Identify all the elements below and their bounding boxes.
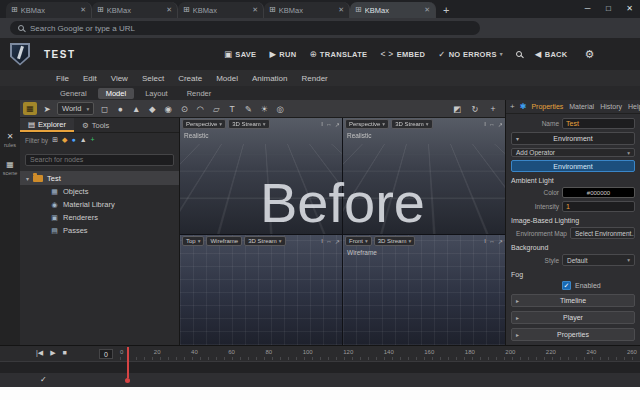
menu-item[interactable]: Create xyxy=(178,74,202,83)
tab-close-icon[interactable]: ✕ xyxy=(80,6,86,14)
menu-item[interactable]: View xyxy=(111,74,128,83)
stream-dropdown[interactable]: 3D Stream ▾ xyxy=(391,119,432,129)
header-search-button[interactable] xyxy=(516,51,522,57)
tree-item[interactable]: ◉ Material Library xyxy=(20,198,179,211)
view-type-dropdown[interactable]: Perspective ▾ xyxy=(345,119,389,129)
primitive-tool-icon[interactable]: ◆ xyxy=(146,104,158,114)
tab-close-icon[interactable]: ✕ xyxy=(166,6,172,14)
world-space-dropdown[interactable]: World ▾ xyxy=(57,102,94,115)
primitive-tool-icon[interactable]: ● xyxy=(114,104,126,114)
filter-type-icon[interactable]: ● xyxy=(71,136,75,144)
primitive-tool-icon[interactable]: ▲ xyxy=(130,104,142,114)
add-operator-icon[interactable]: + xyxy=(510,102,515,111)
primitive-tool-icon[interactable]: ▱ xyxy=(210,104,222,114)
viewport-top-right[interactable]: Perspective ▾ 3D Stream ▾ I ↔ ↗ Realisti… xyxy=(343,118,505,234)
tree-item[interactable]: ▣ Renderers xyxy=(20,211,179,224)
stop-button[interactable]: ■ xyxy=(63,349,67,357)
timeline-ruler[interactable]: 020406080100120140160180200220240260 xyxy=(120,348,637,360)
rotate-view-icon[interactable]: ↻ xyxy=(469,104,481,114)
environment-button[interactable]: Environment xyxy=(511,160,635,172)
tab-render[interactable]: Render xyxy=(179,88,220,99)
shading-button[interactable]: Wireframe xyxy=(206,236,242,246)
name-input[interactable] xyxy=(562,118,635,129)
tab-properties[interactable]: Properties xyxy=(531,103,563,110)
info-icon[interactable]: I xyxy=(484,121,486,128)
tab-close-icon[interactable]: ✕ xyxy=(338,6,344,14)
expand-icon[interactable]: ↗ xyxy=(498,238,503,245)
tab-close-icon[interactable]: ✕ xyxy=(252,6,258,14)
add-operator-dropdown[interactable]: Add Operator ▾ xyxy=(511,148,635,157)
tab-tools[interactable]: ⚙ Tools xyxy=(74,118,117,132)
gear-icon[interactable]: ⚙ xyxy=(585,48,595,61)
primitive-tool-icon[interactable]: ◻ xyxy=(98,104,110,114)
snap-icon[interactable]: ◩ xyxy=(451,104,463,114)
playhead[interactable] xyxy=(127,347,129,378)
expand-icon[interactable]: ↗ xyxy=(498,121,503,128)
transform-tool-button[interactable]: ▦ xyxy=(23,102,37,115)
translate-button[interactable]: ⊕ TRANSLATE xyxy=(309,49,367,59)
node-search-input[interactable] xyxy=(25,154,174,166)
tab-general[interactable]: General xyxy=(52,88,95,99)
browser-tab[interactable]: ⊞ KBMax ✕ xyxy=(264,2,350,18)
tab-layout[interactable]: Layout xyxy=(137,88,176,99)
info-icon[interactable]: I xyxy=(321,238,323,245)
nav-rules[interactable]: ✕ rules xyxy=(4,132,16,148)
environment-map-dropdown[interactable]: Select Environment... ▾ xyxy=(570,227,635,239)
no-errors-button[interactable]: ✓ NO ERRORS ▾ xyxy=(438,49,503,59)
browser-tab[interactable]: ⊞ KBMax ✕ xyxy=(178,2,264,18)
skip-start-button[interactable]: |◀ xyxy=(36,349,43,357)
info-icon[interactable]: I xyxy=(321,121,323,128)
tab-close-icon[interactable]: ✕ xyxy=(424,6,430,14)
stream-dropdown[interactable]: 3D Stream ▾ xyxy=(228,119,269,129)
minimize-button[interactable]: ─ xyxy=(577,0,598,18)
filter-type-icon[interactable]: ⊞ xyxy=(52,136,58,144)
menu-item[interactable]: Select xyxy=(142,74,164,83)
view-type-dropdown[interactable]: Front ▾ xyxy=(345,236,372,246)
star-icon[interactable]: ✱ xyxy=(520,102,527,111)
primitive-tool-icon[interactable]: ◠ xyxy=(194,104,206,114)
address-bar[interactable]: Search Google or type a URL xyxy=(10,21,480,35)
filter-type-icon[interactable]: ▲ xyxy=(80,136,87,144)
section-properties[interactable]: ▸ Properties xyxy=(511,328,635,341)
info-icon[interactable]: I xyxy=(484,238,486,245)
color-swatch[interactable]: #000000 xyxy=(562,187,635,198)
window-close-button[interactable]: ✕ xyxy=(619,0,640,18)
pan-icon[interactable]: ↔ xyxy=(326,121,332,128)
section-timeline[interactable]: ▸ Timeline xyxy=(511,294,635,307)
menu-item[interactable]: Edit xyxy=(83,74,97,83)
select-cursor-icon[interactable]: ➤ xyxy=(41,104,53,114)
add-icon[interactable]: + xyxy=(487,104,499,114)
view-type-dropdown[interactable]: Perspective ▾ xyxy=(182,119,226,129)
tab-material[interactable]: Material xyxy=(569,103,594,110)
viewport-top-left[interactable]: Perspective ▾ 3D Stream ▾ I ↔ ↗ Realisti… xyxy=(180,118,342,234)
tab-model[interactable]: Model xyxy=(98,88,134,99)
menu-item[interactable]: Animation xyxy=(252,74,288,83)
primitive-tool-icon[interactable]: ✎ xyxy=(242,104,254,114)
tree-root-test[interactable]: ▾ Test xyxy=(20,171,179,185)
primitive-tool-icon[interactable]: ◎ xyxy=(274,104,286,114)
intensity-input[interactable] xyxy=(562,201,635,212)
nav-scene[interactable]: ▦ scene xyxy=(3,160,18,176)
menu-item[interactable]: File xyxy=(56,74,69,83)
tab-help[interactable]: Help xyxy=(628,103,640,110)
primitive-tool-icon[interactable]: ◉ xyxy=(162,104,174,114)
style-dropdown[interactable]: Default ▾ xyxy=(562,254,635,266)
save-button[interactable]: ▣ SAVE xyxy=(224,49,256,59)
environment-section-header[interactable]: ▾ Environment xyxy=(511,132,635,145)
menu-item[interactable]: Render xyxy=(302,74,328,83)
play-button[interactable]: ▶ xyxy=(50,349,55,357)
maximize-button[interactable]: □ xyxy=(598,0,619,18)
viewport-bottom-right[interactable]: Front ▾ 3D Stream ▾ I ↔ ↗ Wireframe xyxy=(343,235,505,345)
browser-tab[interactable]: ⊞ KBMax ✕ xyxy=(92,2,178,18)
expand-icon[interactable]: ↗ xyxy=(335,238,340,245)
tree-item[interactable]: ▦ Objects xyxy=(20,185,179,198)
tab-history[interactable]: History xyxy=(600,103,622,110)
section-player[interactable]: ▸ Player xyxy=(511,311,635,324)
enabled-checkbox[interactable]: ✓ xyxy=(562,281,571,290)
browser-tab[interactable]: ⊞ KBMax ✕ xyxy=(6,2,92,18)
primitive-tool-icon[interactable]: T xyxy=(226,104,238,114)
filter-type-icon[interactable]: + xyxy=(91,136,95,144)
browser-tab[interactable]: ⊞ KBMax ✕ xyxy=(350,2,436,18)
stream-dropdown[interactable]: 3D Stream ▾ xyxy=(374,236,415,246)
menu-item[interactable]: Model xyxy=(216,74,238,83)
